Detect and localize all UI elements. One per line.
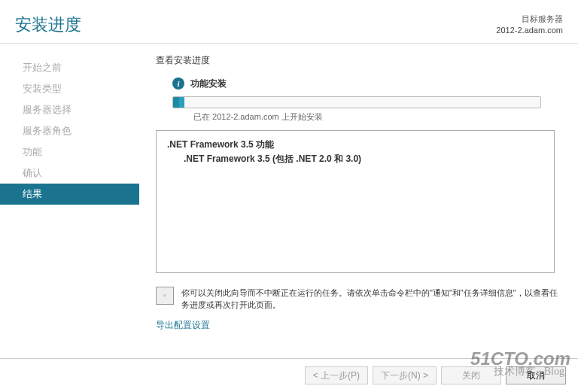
close-button: 关闭 (441, 366, 501, 384)
note-text: 你可以关闭此向导而不中断正在运行的任务。请依次单击命令栏中的"通知"和"任务详细… (181, 287, 563, 311)
next-button: 下一步(N) > (373, 366, 437, 384)
header: 安装进度 目标服务器 2012-2.adam.com (0, 0, 578, 43)
feature-title: .NET Framework 3.5 功能 (167, 138, 543, 151)
server-label: 目标服务器 (496, 14, 563, 25)
sidebar-item-features: 功能 (0, 141, 139, 163)
info-text: 功能安装 (190, 77, 227, 90)
progress-bar (172, 96, 541, 108)
main: 开始之前 安装类型 服务器选择 服务器角色 功能 确认 结果 查看安装进度 i … (0, 44, 578, 345)
section-label: 查看安装进度 (156, 54, 563, 67)
page-title: 安装进度 (15, 14, 81, 36)
note-row: ▫ 你可以关闭此向导而不中断正在运行的任务。请依次单击命令栏中的"通知"和"任务… (156, 287, 563, 311)
info-icon: i (172, 77, 184, 90)
info-row: i 功能安装 (172, 77, 563, 90)
sidebar-item-server-role: 服务器角色 (0, 120, 139, 141)
sidebar-item-results[interactable]: 结果 (0, 184, 139, 205)
sidebar: 开始之前 安装类型 服务器选择 服务器角色 功能 确认 结果 (0, 44, 139, 345)
footer: < 上一步(P) 下一步(N) > 关闭 取消 (0, 358, 578, 384)
server-info: 目标服务器 2012-2.adam.com (496, 14, 563, 37)
sidebar-item-confirm: 确认 (0, 163, 139, 184)
server-name: 2012-2.adam.com (496, 25, 563, 36)
export-link[interactable]: 导出配置设置 (156, 319, 210, 332)
cancel-button[interactable]: 取消 (506, 366, 566, 384)
sidebar-item-before-start: 开始之前 (0, 57, 139, 78)
flag-icon: ▫ (156, 287, 174, 305)
feature-box: .NET Framework 3.5 功能 .NET Framework 3.5… (156, 130, 555, 273)
content: 查看安装进度 i 功能安装 已在 2012-2.adam.com 上开始安装 .… (139, 44, 578, 345)
progress-fill (173, 97, 184, 108)
feature-subitem: .NET Framework 3.5 (包括 .NET 2.0 和 3.0) (167, 153, 543, 166)
sidebar-item-install-type: 安装类型 (0, 78, 139, 99)
progress-label: 已在 2012-2.adam.com 上开始安装 (193, 111, 563, 123)
sidebar-item-server-select: 服务器选择 (0, 99, 139, 120)
prev-button: < 上一步(P) (305, 366, 368, 384)
